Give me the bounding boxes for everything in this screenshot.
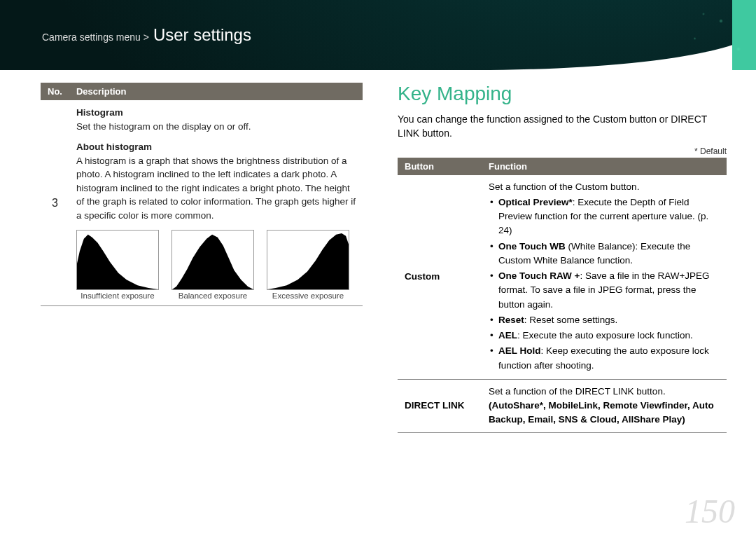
histogram-image-balanced [172, 230, 254, 290]
histogram-title: Histogram [76, 106, 356, 120]
about-histogram-title: About histogram [76, 140, 356, 154]
description-table: No. Description 3 Histogram Set the hist… [41, 83, 363, 306]
hist-example-1: Insufficient exposure [76, 230, 159, 302]
hist-caption-2: Balanced exposure [172, 290, 254, 302]
directlink-lead: Set a function of the DIRECT LINK button… [489, 385, 720, 399]
row-description: Histogram Set the histogram on the displ… [69, 100, 363, 306]
key-mapping-table: Button Function Custom Set a function of… [398, 158, 727, 433]
opt-ael: AEL: Execute the auto exposure lock func… [489, 329, 720, 343]
histogram-examples: Insufficient exposure Balanced exposure [76, 230, 356, 302]
button-name-direct-link: DIRECT LINK [398, 379, 482, 432]
page-header: Camera settings menu > User settings [0, 0, 756, 70]
directlink-options: (AutoShare*, MobileLink, Remote Viewfind… [489, 399, 720, 427]
col-button: Button [398, 158, 482, 175]
hist-caption-3: Excessive exposure [267, 290, 349, 302]
accent-bar [732, 0, 756, 70]
default-note: * Default [398, 146, 727, 156]
histogram-image-excessive [267, 230, 349, 290]
function-direct-link: Set a function of the DIRECT LINK button… [482, 379, 727, 432]
breadcrumb-path: Camera settings menu > [42, 32, 149, 43]
section-heading: Key Mapping [398, 83, 727, 105]
page-title: User settings [153, 25, 251, 45]
button-name-custom: Custom [398, 175, 482, 380]
col-function: Function [482, 158, 727, 175]
custom-lead: Set a function of the Custom button. [489, 180, 720, 194]
opt-one-touch-wb: One Touch WB (White Balance): Execute th… [489, 240, 720, 268]
right-column: Key Mapping You can change the function … [398, 83, 727, 433]
breadcrumb: Camera settings menu > User settings [42, 25, 251, 45]
custom-options: Optical Preview*: Execute the Depth of F… [489, 195, 720, 373]
opt-reset: Reset: Reset some settings. [489, 313, 720, 327]
page-number: 150 [685, 492, 735, 530]
col-description: Description [69, 83, 363, 100]
left-column: No. Description 3 Histogram Set the hist… [41, 83, 363, 433]
function-custom: Set a function of the Custom button. Opt… [482, 175, 727, 380]
col-no: No. [41, 83, 69, 100]
opt-ael-hold: AEL Hold: Keep executing the auto exposu… [489, 344, 720, 373]
row-custom: Custom Set a function of the Custom butt… [398, 175, 727, 380]
histogram-image-insufficient [76, 230, 159, 290]
row-number: 3 [41, 100, 69, 306]
section-intro: You can change the function assigned to … [398, 112, 727, 141]
opt-one-touch-raw: One Touch RAW +: Save a file in the RAW+… [489, 269, 720, 312]
hist-caption-1: Insufficient exposure [76, 290, 159, 302]
hist-example-2: Balanced exposure [172, 230, 254, 302]
row-direct-link: DIRECT LINK Set a function of the DIRECT… [398, 379, 727, 432]
opt-optical-preview: Optical Preview*: Execute the Depth of F… [489, 195, 720, 238]
histogram-text: Set the histogram on the display on or o… [76, 120, 356, 134]
about-histogram-text: A histogram is a graph that shows the br… [76, 154, 356, 223]
hist-example-3: Excessive exposure [267, 230, 349, 302]
